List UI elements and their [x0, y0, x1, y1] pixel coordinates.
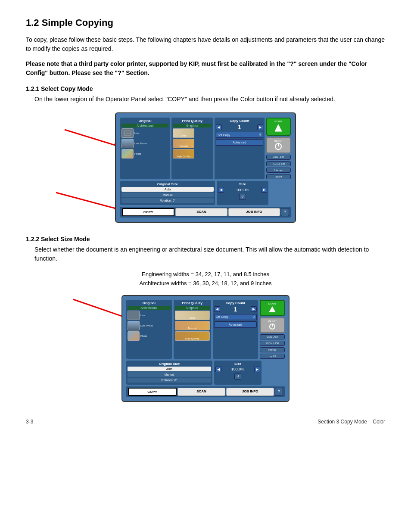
interrupt-btn[interactable]: Interrupt [266, 168, 291, 173]
col-original-1: Original Architectural Line Line Photo [120, 118, 170, 179]
size-controls-2: ◀ 100.0% ▶ [215, 367, 260, 372]
section-122-heading: 1.2.2 Select Size Mode [26, 236, 385, 243]
view-last-btn[interactable]: VIEW LAST [266, 155, 291, 160]
page-title: 1.2 Simple Copying [26, 17, 385, 28]
set-copy-btn[interactable]: Set Copy ↺ [216, 132, 263, 138]
thumb-photo-img-2 [128, 331, 140, 341]
thumb-photo-img [121, 149, 134, 159]
original-subheader-2: Architectural [128, 306, 171, 310]
footer-copy-btn-2[interactable]: COPY [128, 388, 177, 396]
quality-normal: Normal [173, 139, 194, 148]
warning-text: Please note that a third party color pri… [26, 59, 385, 78]
col-original-2: Original Architectural Line Line Photo P… [126, 300, 172, 359]
thumb-photo: Photo [121, 149, 168, 159]
rotation-row-2: Rotation: 0° [128, 378, 211, 383]
footer-job-info-btn[interactable]: JOB INFO [228, 208, 280, 216]
manual-row-2[interactable]: Manual [128, 372, 211, 377]
view-last-btn-2[interactable]: VIEW LAST [260, 334, 285, 339]
orig-size-header: Original Size [121, 182, 214, 186]
quality-subheader: Graphics [173, 124, 212, 128]
set-copy-btn-2[interactable]: Set Copy ↺ [214, 314, 257, 320]
count-increment-2[interactable]: ▶ [251, 306, 257, 312]
kip-panel-2: Original Architectural Line Line Photo P… [121, 295, 290, 402]
orig-size-header-2: Original Size [128, 362, 211, 366]
size-header: Size [218, 182, 267, 186]
start-btn-2[interactable]: START [260, 300, 285, 316]
recall-job-btn-2[interactable]: RECALL JOB [260, 341, 285, 346]
section-121-heading: 1.2.1 Select Copy Mode [26, 85, 385, 92]
thumb-photo-label: Photo [134, 152, 141, 155]
size-header-2: Size [215, 362, 260, 366]
quality-high-2: High Quality [175, 331, 210, 341]
thumb-linephoto-label: Line Photo [134, 142, 147, 145]
reset-btn-2[interactable]: RESET [260, 317, 285, 333]
quality-draft: Draft [173, 128, 194, 138]
col-count-2: Copy Count ◀ 1 ▶ Set Copy ↺ Advanced [213, 300, 258, 359]
interrupt-btn-2[interactable]: Interrupt [260, 347, 285, 352]
reset-btn[interactable]: RESET [266, 137, 291, 153]
thumb-line-img [121, 128, 134, 138]
quality-header: Print Quality [173, 119, 212, 123]
auto-row-2[interactable]: Auto [128, 367, 211, 371]
quality-high: High Quality [173, 149, 194, 159]
thumb-line-label-2: Line [140, 314, 145, 317]
thumb-linephoto-img-2 [128, 321, 140, 330]
panel-footer-1: COPY SCAN JOB INFO ? [120, 207, 291, 218]
col-size-1: Size ◀ 100.0% ▶ ↺ [217, 181, 268, 205]
section-label: Section 3 Copy Mode – Color [318, 419, 385, 425]
advanced-btn[interactable]: Advanced [216, 139, 263, 146]
log-off-btn[interactable]: Log Off [266, 174, 291, 179]
count-value: 1 [222, 124, 257, 131]
original-subheader: Architectural [121, 124, 168, 128]
size-decrement-2[interactable]: ◀ [215, 367, 221, 372]
footer-scan-btn-2[interactable]: SCAN [177, 388, 225, 396]
col-right-2: START RESET VIEW LAST RECALL JOB Interru… [260, 300, 285, 359]
set-copy-label: Set Copy [218, 134, 230, 137]
size-increment[interactable]: ▶ [261, 187, 267, 193]
size-increment-2[interactable]: ▶ [254, 367, 260, 372]
quality-draft-label-2: Draft [175, 317, 209, 319]
col-quality-2: Print Quality Graphics Draft Normal High… [174, 300, 211, 359]
manual-row[interactable]: Manual [121, 193, 214, 197]
recall-job-btn[interactable]: RECALL JOB [266, 161, 291, 166]
engineering-widths-container: Engineering widths = 34, 22, 17, 11, and… [26, 270, 385, 288]
thumb-linephoto: Line Photo [121, 139, 168, 148]
section-122-body: Select whether the document is an engine… [34, 245, 385, 263]
page-footer: 3-3 Section 3 Copy Mode – Color [26, 415, 385, 425]
count-decrement[interactable]: ◀ [216, 124, 222, 130]
footer-job-info-btn-2[interactable]: JOB INFO [226, 388, 274, 396]
col-orig-size-1: Original Size Auto Manual Rotation: 0° [120, 181, 215, 205]
size-edit-btn[interactable]: ↺ [239, 194, 246, 200]
col-orig-size-2: Original Size Auto Manual Rotation: 0° [126, 361, 212, 385]
reset-icon-2 [268, 323, 276, 330]
footer-copy-btn[interactable]: COPY [122, 208, 174, 216]
footer-scan-btn[interactable]: SCAN [175, 208, 227, 216]
auto-row[interactable]: Auto [121, 187, 214, 192]
reset-icon [274, 142, 283, 151]
footer-q-btn-2[interactable]: ? [275, 388, 283, 396]
footer-q-btn[interactable]: ? [281, 208, 289, 216]
count-increment[interactable]: ▶ [257, 124, 263, 130]
panel-2-container: Original Architectural Line Line Photo P… [26, 295, 385, 402]
quality-high-label-2: High Quality [175, 337, 209, 340]
panel-top-2: Original Architectural Line Line Photo P… [125, 298, 286, 361]
quality-normal-label: Normal [173, 145, 194, 147]
engineering-widths: Engineering widths = 34, 22, 17, 11, and… [26, 270, 385, 279]
size-value-2: 100.0% [221, 367, 254, 371]
thumb-photo-2: Photo [128, 331, 171, 341]
thumb-photo-label-2: Photo [140, 335, 147, 337]
start-btn[interactable]: START [266, 118, 291, 136]
thumb-line-2: Line [128, 311, 171, 320]
start-icon-2 [268, 305, 277, 314]
log-off-btn-2[interactable]: Log Off [260, 354, 285, 359]
thumb-line-label: Line [134, 132, 139, 134]
size-decrement[interactable]: ◀ [218, 187, 224, 193]
panel-bottom-2: Original Size Auto Manual Rotation: 0° S… [125, 361, 286, 386]
set-copy-label-2: Set Copy [216, 315, 228, 318]
original-header-2: Original [128, 301, 171, 305]
advanced-btn-2[interactable]: Advanced [214, 321, 257, 328]
size-edit-btn-2[interactable]: ↺ [234, 373, 241, 380]
page-number: 3-3 [26, 419, 33, 425]
col-right-1: START RESET VIEW LAST RECALL JOB Interru… [266, 118, 291, 179]
count-decrement-2[interactable]: ◀ [214, 306, 220, 312]
